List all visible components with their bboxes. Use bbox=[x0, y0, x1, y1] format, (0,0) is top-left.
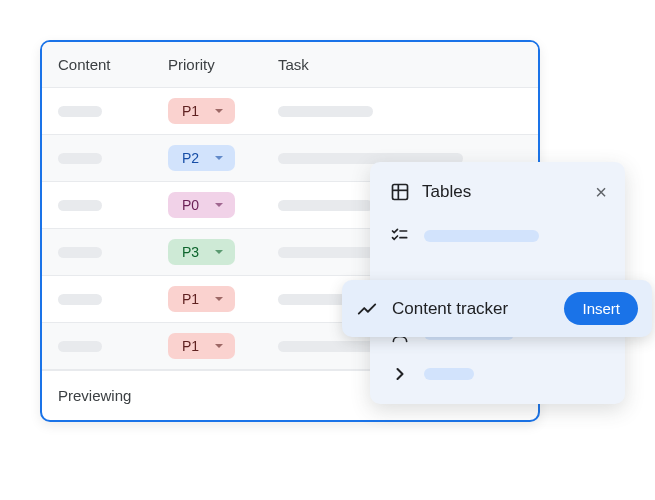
priority-chip[interactable]: P0 bbox=[168, 192, 235, 218]
priority-label: P2 bbox=[182, 150, 199, 166]
column-header-task[interactable]: Task bbox=[262, 42, 538, 87]
caret-down-icon bbox=[215, 250, 223, 254]
priority-chip[interactable]: P1 bbox=[168, 333, 235, 359]
close-icon[interactable]: × bbox=[595, 182, 607, 202]
priority-label: P0 bbox=[182, 197, 199, 213]
caret-down-icon bbox=[215, 344, 223, 348]
caret-down-icon bbox=[215, 109, 223, 113]
content-placeholder bbox=[58, 247, 102, 258]
priority-label: P3 bbox=[182, 244, 199, 260]
chevron-right-icon bbox=[390, 364, 410, 384]
column-header-priority[interactable]: Priority bbox=[152, 42, 262, 87]
template-item-highlighted[interactable]: Content tracker Insert bbox=[342, 280, 652, 337]
table-icon bbox=[390, 182, 410, 202]
template-placeholder bbox=[424, 230, 539, 242]
content-placeholder bbox=[58, 294, 102, 305]
caret-down-icon bbox=[215, 156, 223, 160]
priority-chip[interactable]: P2 bbox=[168, 145, 235, 171]
template-label: Content tracker bbox=[392, 299, 554, 319]
caret-down-icon bbox=[215, 297, 223, 301]
template-item[interactable] bbox=[370, 216, 625, 256]
content-placeholder bbox=[58, 153, 102, 164]
checklist-icon bbox=[390, 226, 410, 246]
popover-title: Tables bbox=[422, 182, 595, 202]
priority-label: P1 bbox=[182, 291, 199, 307]
priority-chip[interactable]: P3 bbox=[168, 239, 235, 265]
svg-rect-0 bbox=[393, 185, 408, 200]
template-placeholder bbox=[424, 368, 474, 380]
priority-label: P1 bbox=[182, 338, 199, 354]
insert-button[interactable]: Insert bbox=[564, 292, 638, 325]
priority-chip[interactable]: P1 bbox=[168, 98, 235, 124]
content-placeholder bbox=[58, 341, 102, 352]
column-header-content[interactable]: Content bbox=[42, 42, 152, 87]
caret-down-icon bbox=[215, 203, 223, 207]
table-header-row: Content Priority Task bbox=[42, 42, 538, 88]
content-placeholder bbox=[58, 106, 102, 117]
task-placeholder bbox=[278, 200, 373, 211]
template-item[interactable] bbox=[370, 354, 625, 394]
task-placeholder bbox=[278, 106, 373, 117]
trend-icon bbox=[356, 298, 378, 320]
table-row: P1 bbox=[42, 88, 538, 135]
content-placeholder bbox=[58, 200, 102, 211]
priority-label: P1 bbox=[182, 103, 199, 119]
tables-popover: Tables × bbox=[370, 162, 625, 404]
priority-chip[interactable]: P1 bbox=[168, 286, 235, 312]
